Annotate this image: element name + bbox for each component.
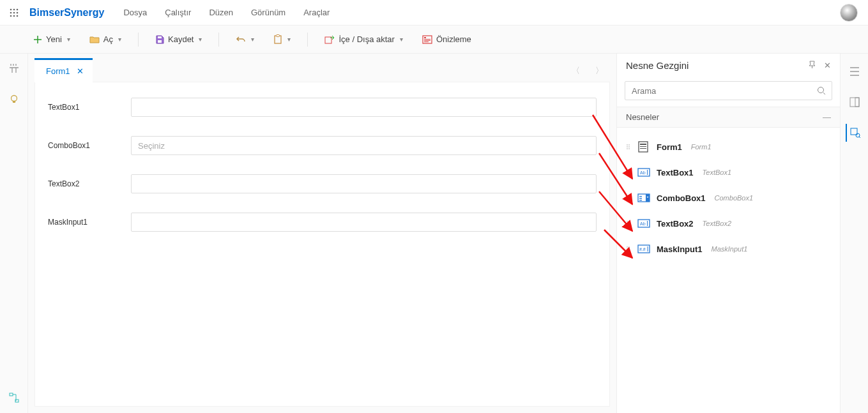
open-button[interactable]: Aç ▾: [84, 32, 126, 47]
svg-rect-43: [851, 128, 857, 135]
drag-handle-icon[interactable]: [625, 170, 631, 175]
form-canvas: TextBox1 ComboBox1 TextBox2 MaskInput1: [34, 82, 610, 407]
tree-item-name: MaskInput1: [657, 244, 703, 254]
toolbar: Yeni ▾ Aç ▾ Kaydet ▾ ▾ ▾ İçe / Dışa akta…: [0, 26, 868, 54]
app-launcher-icon[interactable]: [5, 4, 23, 22]
save-label: Kaydet: [168, 34, 194, 44]
panel-section-header[interactable]: Nesneler —: [617, 107, 840, 128]
close-panel-icon[interactable]: ✕: [824, 61, 831, 71]
svg-rect-31: [639, 196, 642, 197]
svg-text:Ab: Ab: [640, 170, 646, 175]
svg-rect-37: [647, 221, 648, 226]
undo-button[interactable]: ▾: [231, 33, 259, 47]
tree-item-form1[interactable]: Form1Form1: [620, 134, 837, 160]
menu-bar: BimserSynergy Dosya Çalıştır Düzen Görün…: [0, 0, 868, 26]
tree-item-type: ComboBox1: [715, 194, 754, 202]
object-explorer-icon[interactable]: [846, 124, 864, 142]
svg-point-4: [13, 11, 15, 13]
input-maskinput1[interactable]: [131, 213, 597, 232]
drag-handle-icon[interactable]: [625, 246, 631, 252]
panels-icon[interactable]: [846, 63, 864, 80]
svg-rect-18: [424, 41, 429, 42]
tree-item-name: TextBox1: [657, 168, 694, 177]
input-textbox1[interactable]: [131, 98, 597, 117]
menu-file[interactable]: Dosya: [123, 8, 147, 17]
separator: [307, 33, 308, 47]
menu-view[interactable]: Görünüm: [251, 8, 286, 17]
chevron-down-icon: ▾: [118, 36, 121, 43]
tree-item-textbox1[interactable]: AbTextBox1TextBox1: [620, 160, 837, 185]
tree-item-name: Form1: [657, 142, 682, 152]
drag-handle-icon[interactable]: [625, 144, 631, 149]
svg-point-6: [10, 15, 12, 17]
svg-point-7: [13, 15, 15, 17]
svg-rect-24: [640, 144, 646, 145]
tree-item-textbox2[interactable]: AbTextBox2TextBox2: [620, 211, 837, 236]
svg-rect-10: [158, 40, 162, 43]
toolbox-icon[interactable]: [8, 63, 20, 76]
panel-search: [617, 77, 840, 107]
svg-text:#.#: #.#: [639, 247, 646, 252]
search-input[interactable]: [625, 81, 832, 100]
tree-item-type: Form1: [691, 143, 712, 151]
chevron-down-icon: ▾: [67, 36, 70, 43]
right-rail: [840, 54, 868, 413]
svg-rect-29: [647, 170, 648, 175]
svg-point-0: [10, 8, 12, 10]
svg-point-22: [818, 87, 824, 93]
menu-run[interactable]: Çalıştır: [165, 8, 191, 17]
combobox-icon: [637, 191, 650, 204]
pin-icon[interactable]: [808, 61, 816, 71]
tab-form1[interactable]: Form1 ✕: [34, 58, 93, 82]
tree-item-type: TextBox1: [703, 169, 731, 176]
tab-bar: Form1 ✕ 〈 〉: [28, 54, 616, 82]
textbox-icon: Ab: [637, 166, 650, 179]
tree-item-maskinput1[interactable]: #.#MaskInput1MaskInput1: [620, 236, 837, 262]
input-combobox1[interactable]: [131, 136, 597, 155]
new-label: Yeni: [46, 34, 62, 44]
input-textbox2[interactable]: [131, 174, 597, 193]
clipboard-button[interactable]: ▾: [268, 32, 296, 47]
form-row-textbox1: TextBox1: [48, 98, 597, 117]
collapse-icon[interactable]: —: [823, 112, 831, 122]
import-export-label: İçe / Dışa aktar: [339, 34, 394, 44]
lightbulb-icon[interactable]: [8, 94, 20, 107]
main-area: Form1 ✕ 〈 〉 TextBox1 ComboBox1 TextBox2: [0, 54, 868, 413]
save-button[interactable]: Kaydet ▾: [150, 32, 207, 47]
layout-icon[interactable]: [846, 93, 864, 111]
svg-rect-15: [424, 37, 426, 38]
panel-title: Nesne Gezgini: [626, 60, 689, 71]
svg-rect-20: [10, 393, 13, 396]
nav-prev-icon[interactable]: 〈: [572, 65, 580, 77]
close-icon[interactable]: ✕: [77, 66, 84, 76]
svg-rect-26: [640, 148, 646, 149]
svg-rect-9: [158, 36, 162, 38]
svg-point-5: [17, 11, 19, 13]
menu-tools[interactable]: Araçlar: [303, 8, 330, 17]
drag-handle-icon[interactable]: [625, 221, 631, 226]
search-icon[interactable]: [817, 86, 826, 97]
preview-button[interactable]: Önizleme: [417, 32, 476, 47]
chevron-down-icon: ▾: [400, 36, 403, 43]
mask-icon: #.#: [637, 243, 650, 255]
svg-rect-16: [424, 39, 430, 40]
preview-label: Önizleme: [436, 34, 471, 44]
svg-point-1: [13, 8, 15, 10]
tree-item-name: TextBox2: [657, 219, 694, 229]
svg-text:Ab: Ab: [640, 222, 646, 226]
svg-rect-25: [640, 146, 646, 147]
import-export-button[interactable]: İçe / Dışa aktar ▾: [319, 32, 407, 47]
menu-edit[interactable]: Düzen: [209, 8, 233, 17]
new-button[interactable]: Yeni ▾: [28, 32, 75, 47]
label-maskinput1: MaskInput1: [48, 218, 131, 227]
tree-item-combobox1[interactable]: ComboBox1ComboBox1: [620, 185, 837, 211]
user-avatar[interactable]: [840, 4, 858, 22]
nav-next-icon[interactable]: 〉: [595, 65, 604, 77]
drag-handle-icon[interactable]: [625, 195, 631, 200]
brand-title: BimserSynergy: [29, 7, 104, 19]
svg-rect-12: [277, 34, 280, 36]
workflow-icon[interactable]: [8, 392, 20, 405]
svg-point-19: [11, 96, 17, 101]
svg-point-8: [17, 15, 19, 17]
form-row-textbox2: TextBox2: [48, 174, 597, 193]
